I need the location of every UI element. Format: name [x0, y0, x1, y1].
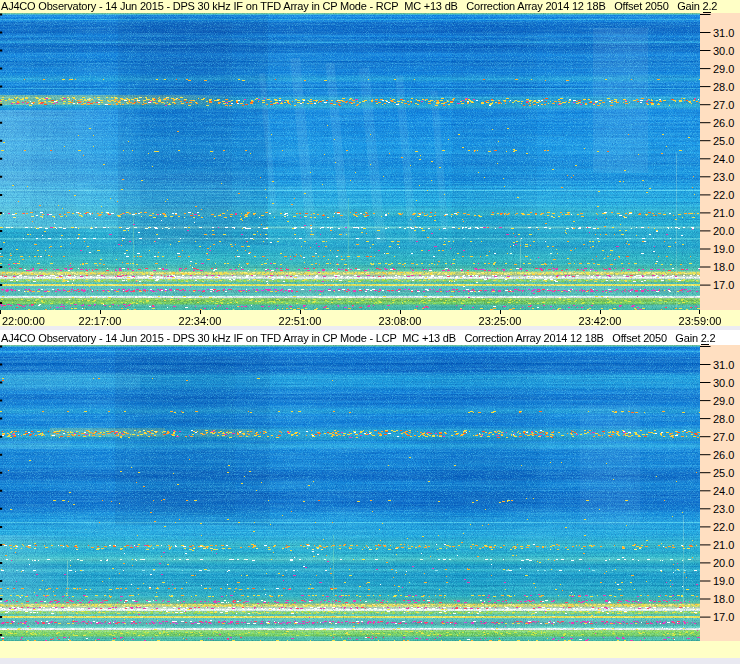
svg-text:27.0: 27.0 — [713, 99, 734, 111]
svg-text:28.0: 28.0 — [713, 81, 734, 93]
svg-text:30.0: 30.0 — [713, 377, 734, 389]
svg-text:31.0: 31.0 — [713, 27, 734, 39]
svg-text:23.0: 23.0 — [713, 171, 734, 183]
svg-text:25.0: 25.0 — [713, 467, 734, 479]
svg-text:25.0: 25.0 — [713, 135, 734, 147]
svg-text:17.0: 17.0 — [713, 611, 734, 623]
svg-text:18.0: 18.0 — [713, 593, 734, 605]
svg-text:23.0: 23.0 — [713, 503, 734, 515]
svg-text:26.0: 26.0 — [713, 449, 734, 461]
svg-text:21.0: 21.0 — [713, 539, 734, 551]
svg-text:22.0: 22.0 — [713, 189, 734, 201]
svg-text:31.0: 31.0 — [713, 359, 734, 371]
svg-text:21.0: 21.0 — [713, 207, 734, 219]
svg-text:27.0: 27.0 — [713, 431, 734, 443]
svg-text:24.0: 24.0 — [713, 485, 734, 497]
svg-text:18.0: 18.0 — [713, 261, 734, 273]
svg-text:22.0: 22.0 — [713, 521, 734, 533]
svg-text:19.0: 19.0 — [713, 243, 734, 255]
svg-text:29.0: 29.0 — [713, 63, 734, 75]
svg-text:29.0: 29.0 — [713, 395, 734, 407]
svg-text:20.0: 20.0 — [713, 557, 734, 569]
svg-text:28.0: 28.0 — [713, 413, 734, 425]
svg-text:26.0: 26.0 — [713, 117, 734, 129]
svg-text:19.0: 19.0 — [713, 575, 734, 587]
svg-text:30.0: 30.0 — [713, 45, 734, 57]
svg-text:17.0: 17.0 — [713, 279, 734, 291]
svg-text:20.0: 20.0 — [713, 225, 734, 237]
svg-text:24.0: 24.0 — [713, 153, 734, 165]
